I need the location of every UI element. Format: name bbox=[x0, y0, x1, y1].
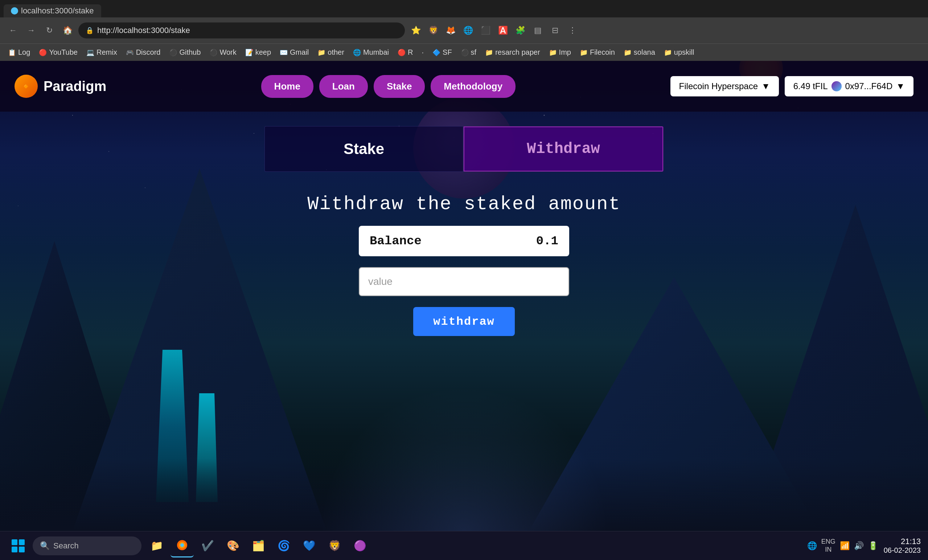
network-selector[interactable]: Filecoin Hyperspace ▼ bbox=[670, 76, 779, 96]
bookmark-work-icon: ⚫ bbox=[209, 49, 217, 56]
bookmark-youtube[interactable]: 🔴 YouTube bbox=[35, 47, 81, 58]
reload-button[interactable]: ↻ bbox=[42, 23, 56, 38]
bookmark-remix-icon: 💻 bbox=[86, 49, 94, 56]
taskbar-app-checkmark[interactable]: ✔️ bbox=[196, 534, 219, 557]
bookmark-log-label: Log bbox=[18, 48, 30, 56]
nav-methodology-button[interactable]: Methodology bbox=[430, 75, 516, 98]
split-view-button[interactable]: ⊟ bbox=[548, 23, 562, 38]
bookmark-github[interactable]: ⚫ Github bbox=[165, 47, 204, 58]
bookmark-keep-icon: 📝 bbox=[245, 49, 253, 56]
bookmark-mumbai[interactable]: 🌐 Mumbai bbox=[350, 47, 392, 58]
bookmark-discord[interactable]: 🎮 Discord bbox=[122, 47, 164, 58]
forward-button[interactable]: → bbox=[24, 23, 38, 38]
taskbar-right: 🌐 ENG IN 📶 🔊 🔋 21:13 06-02-2023 bbox=[807, 537, 921, 555]
bookmark-sf[interactable]: 🔷 SF bbox=[429, 47, 456, 58]
withdraw-title: Withdraw the staked amount bbox=[307, 193, 620, 215]
bookmark-keep[interactable]: 📝 keep bbox=[242, 47, 275, 58]
bookmark-work[interactable]: ⚫ Work bbox=[206, 47, 240, 58]
network-status-icon: 🌐 bbox=[807, 541, 817, 551]
bookmark-research-label: resarch paper bbox=[495, 48, 540, 56]
bookmark-r-icon: 🔴 bbox=[398, 49, 406, 56]
bookmark-gmail[interactable]: ✉️ Gmail bbox=[276, 47, 312, 58]
taskbar-app-browser[interactable] bbox=[171, 534, 194, 557]
wallet-balance: 6.49 tFIL bbox=[794, 81, 828, 91]
bookmark-r-label: R bbox=[408, 48, 413, 56]
tab-stake[interactable]: Stake bbox=[265, 126, 463, 172]
start-button[interactable] bbox=[7, 535, 29, 557]
extensions-button[interactable]: 🧩 bbox=[513, 23, 528, 38]
brave-shield-button[interactable]: 🦁 bbox=[426, 23, 440, 38]
windows-piece-2 bbox=[19, 539, 25, 545]
app-container: 🔸 Paradigm Home Loan Stake Methodology F… bbox=[0, 61, 928, 531]
taskbar-app-slack[interactable]: 🟣 bbox=[348, 534, 371, 557]
windows-piece-1 bbox=[12, 539, 17, 545]
search-icon: 🔍 bbox=[40, 541, 50, 551]
network-chevron-icon: ▼ bbox=[762, 81, 770, 91]
bookmark-filecoin[interactable]: 📁 Filecoin bbox=[576, 47, 618, 58]
language-indicator: ENG IN bbox=[821, 538, 835, 554]
balance-display: Balance 0.1 bbox=[359, 226, 569, 256]
taskbar-app-files[interactable]: 📁 bbox=[145, 534, 168, 557]
withdraw-button[interactable]: withdraw bbox=[413, 307, 515, 336]
volume-icon: 🔊 bbox=[854, 541, 864, 551]
bookmark-log[interactable]: 📋 Log bbox=[5, 47, 34, 58]
extension-ipfs[interactable]: 🌐 bbox=[461, 23, 475, 38]
bookmark-discord-label: Discord bbox=[136, 48, 161, 56]
bookmark-sf2[interactable]: ⚫ sf bbox=[457, 47, 480, 58]
taskbar-app-explorer[interactable]: 🗂️ bbox=[247, 534, 270, 557]
tab-withdraw[interactable]: Withdraw bbox=[464, 126, 663, 172]
bookmark-dot[interactable]: · bbox=[418, 47, 427, 58]
bookmark-keep-label: keep bbox=[255, 48, 271, 56]
value-input[interactable] bbox=[359, 267, 569, 296]
back-button[interactable]: ← bbox=[6, 23, 20, 38]
bookmark-imp[interactable]: 📁 Imp bbox=[545, 47, 575, 58]
bookmark-solana[interactable]: 📁 solana bbox=[620, 47, 659, 58]
nav-center: Home Loan Stake Methodology bbox=[261, 75, 516, 98]
extension-cube[interactable]: ⬛ bbox=[478, 23, 493, 38]
windows-logo-icon bbox=[12, 539, 25, 552]
bookmark-button[interactable]: ⭐ bbox=[409, 23, 423, 38]
network-label: Filecoin Hyperspace bbox=[679, 81, 758, 91]
menu-button[interactable]: ⋮ bbox=[565, 23, 580, 38]
taskbar-app-vscode[interactable]: 💙 bbox=[298, 534, 321, 557]
bookmark-sf2-icon: ⚫ bbox=[461, 49, 469, 56]
browser-tab-active[interactable]: localhost:3000/stake bbox=[4, 5, 101, 17]
bookmark-other[interactable]: 📁 other bbox=[314, 47, 348, 58]
nav-loan-button[interactable]: Loan bbox=[319, 75, 368, 98]
bookmark-research[interactable]: 📁 resarch paper bbox=[481, 47, 543, 58]
region-text: IN bbox=[825, 546, 832, 554]
bookmark-r[interactable]: 🔴 R bbox=[394, 47, 417, 58]
taskbar-app-brave[interactable]: 🦁 bbox=[323, 534, 346, 557]
bookmark-imp-label: Imp bbox=[559, 48, 571, 56]
bookmark-sf-label: SF bbox=[443, 48, 452, 56]
time-display: 21:13 bbox=[884, 537, 921, 546]
tab-title: localhost:3000/stake bbox=[21, 6, 94, 15]
home-button[interactable]: 🏠 bbox=[60, 23, 75, 38]
bookmark-upskill[interactable]: 📁 upskill bbox=[660, 47, 698, 58]
taskbar-app-ps[interactable]: 🎨 bbox=[221, 534, 244, 557]
extension-A[interactable]: 🅰️ bbox=[496, 23, 510, 38]
balance-value: 0.1 bbox=[536, 234, 558, 248]
bookmark-upskill-label: upskill bbox=[674, 48, 694, 56]
nav-home-button[interactable]: Home bbox=[261, 75, 313, 98]
bookmark-youtube-icon: 🔴 bbox=[39, 49, 47, 56]
bookmark-github-icon: ⚫ bbox=[169, 49, 177, 56]
browser-app-icon bbox=[176, 539, 188, 551]
bookmark-remix[interactable]: 💻 Remix bbox=[83, 47, 121, 58]
date-display: 06-02-2023 bbox=[884, 546, 921, 555]
bookmark-remix-label: Remix bbox=[96, 48, 117, 56]
bookmark-filecoin-label: Filecoin bbox=[590, 48, 615, 56]
metamask-icon[interactable]: 🦊 bbox=[443, 23, 458, 38]
wallet-chevron-icon: ▼ bbox=[896, 81, 905, 91]
address-bar[interactable]: 🔒 http://localhost:3000/stake bbox=[78, 23, 405, 38]
browser-toolbar: ← → ↻ 🏠 🔒 http://localhost:3000/stake ⭐ … bbox=[0, 17, 928, 44]
bookmark-log-icon: 📋 bbox=[8, 49, 16, 56]
taskbar-app-edge[interactable]: 🌀 bbox=[272, 534, 295, 557]
wallet-button[interactable]: 6.49 tFIL 0x97...F64D ▼ bbox=[785, 76, 913, 96]
sidebar-button[interactable]: ▤ bbox=[530, 23, 545, 38]
taskbar-system-icons: 🌐 ENG IN 📶 🔊 🔋 bbox=[807, 538, 878, 554]
nav-stake-button[interactable]: Stake bbox=[374, 75, 425, 98]
bookmark-solana-icon: 📁 bbox=[624, 49, 632, 56]
browser-tabs-bar: localhost:3000/stake bbox=[0, 0, 928, 17]
taskbar-search[interactable]: 🔍 Search bbox=[33, 536, 142, 555]
